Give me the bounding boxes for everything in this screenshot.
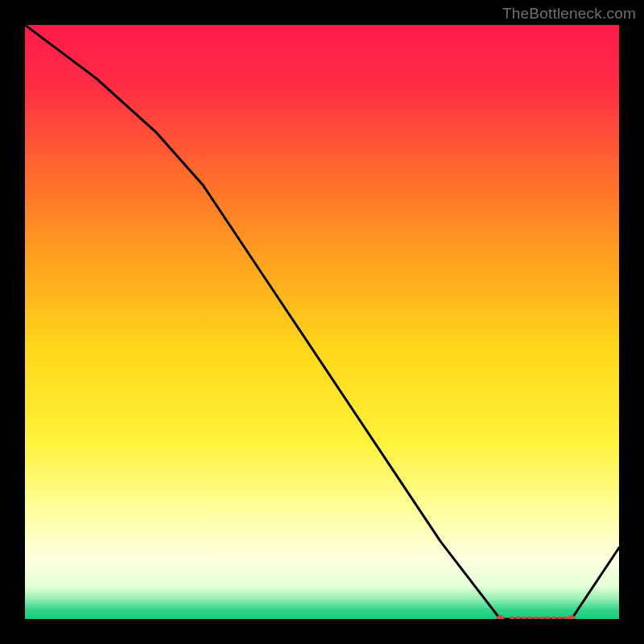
gradient-rect bbox=[25, 25, 619, 619]
watermark-text: TheBottleneck.com bbox=[502, 5, 636, 23]
plot-area bbox=[25, 25, 619, 619]
chart-stage: TheBottleneck.com bbox=[0, 0, 644, 644]
chart-svg bbox=[25, 25, 619, 619]
